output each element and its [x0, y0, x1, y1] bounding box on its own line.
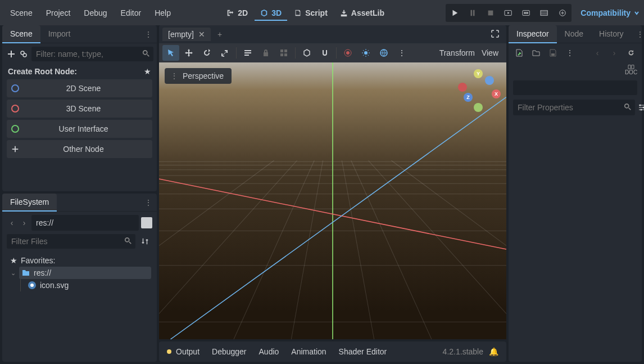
environment-preview-tool[interactable]	[375, 45, 392, 61]
create-other-node-button[interactable]: Other Node	[7, 140, 152, 158]
group-tool[interactable]	[275, 45, 292, 61]
history-forward-button[interactable]: ›	[608, 47, 620, 59]
view-menu[interactable]: View	[482, 48, 498, 57]
inspector-dock-options-icon[interactable]: ⋮	[632, 30, 644, 39]
history-refresh-button[interactable]	[625, 47, 637, 59]
3d-viewport[interactable]: ⋮ Perspective Y X Z	[159, 62, 506, 339]
property-settings-button[interactable]	[637, 100, 644, 115]
save-resource-button[interactable]	[547, 47, 559, 59]
menu-debug[interactable]: Debug	[78, 6, 112, 20]
inspector-dock: Inspector Node History ⋮ ⋮ ‹ › DOC	[509, 25, 642, 362]
dock-options-icon[interactable]: ⋮	[140, 30, 157, 39]
svg-point-17	[380, 50, 387, 56]
menu-help[interactable]: Help	[149, 6, 176, 20]
workspace-3d[interactable]: 3D	[255, 5, 287, 21]
viewport-options-icon[interactable]: ⋮	[393, 45, 410, 61]
fs-filter-input[interactable]	[7, 234, 121, 249]
tab-inspector[interactable]: Inspector	[509, 25, 557, 43]
renderer-dropdown[interactable]: Compatibility	[580, 8, 640, 17]
svg-line-33	[342, 160, 374, 339]
remote-debug-button[interactable]	[556, 6, 569, 20]
perspective-menu[interactable]: ⋮ Perspective	[165, 68, 232, 84]
workspace-script[interactable]: Script	[288, 5, 333, 21]
menu-scene[interactable]: Scene	[4, 6, 38, 20]
svg-point-44	[641, 109, 642, 111]
close-tab-icon[interactable]: ✕	[198, 30, 205, 39]
tab-animation[interactable]: Animation	[291, 347, 326, 356]
tab-node[interactable]: Node	[557, 25, 591, 43]
fs-favorites-header[interactable]: ★ Favorites:	[8, 254, 151, 267]
play-custom-scene-button[interactable]	[520, 6, 533, 20]
move-tool[interactable]	[180, 45, 197, 61]
create-3d-scene-button[interactable]: 3D Scene	[7, 100, 152, 118]
scene-filter-input[interactable]	[31, 47, 139, 61]
sun-preview-tool[interactable]	[357, 45, 374, 61]
play-button[interactable]	[448, 6, 461, 20]
fs-collapse-toggle[interactable]: ⌄	[8, 269, 18, 277]
history-back-button[interactable]: ‹	[591, 47, 604, 59]
renderer-label: Compatibility	[580, 8, 631, 17]
new-tab-button[interactable]: +	[213, 30, 226, 39]
workspace-2d[interactable]: 2D	[221, 5, 253, 21]
inspector-extra-options-icon[interactable]: ⋮	[564, 47, 576, 59]
tab-import[interactable]: Import	[40, 25, 79, 43]
fs-sort-button[interactable]	[138, 234, 152, 249]
local-space-tool[interactable]	[298, 45, 315, 61]
play-scene-button[interactable]	[502, 6, 515, 20]
fs-dock-options-icon[interactable]: ⋮	[140, 198, 157, 207]
run-bar	[446, 4, 572, 22]
viewport-panel: [empty] ✕ +	[159, 25, 506, 339]
workspace-assetlib[interactable]: AssetLib	[334, 5, 390, 21]
open-docs-button[interactable]: DOC	[625, 64, 637, 76]
lock-tool[interactable]	[257, 45, 274, 61]
create-2d-scene-button[interactable]: 2D Scene	[7, 79, 152, 97]
new-resource-button[interactable]	[513, 47, 525, 59]
fs-path-input[interactable]	[31, 215, 139, 231]
camera-override-tool[interactable]	[339, 45, 356, 61]
search-icon	[139, 50, 153, 59]
svg-line-32	[291, 160, 323, 339]
scene-tab-label: [empty]	[168, 30, 194, 39]
tab-filesystem[interactable]: FileSystem	[2, 194, 57, 212]
svg-point-41	[625, 104, 629, 107]
create-ui-button[interactable]: User Interface	[7, 120, 152, 138]
rotate-tool[interactable]	[198, 45, 215, 61]
movie-maker-button[interactable]	[538, 6, 551, 20]
orientation-gizmo[interactable]: Y X Z	[456, 68, 501, 113]
tab-shader-editor[interactable]: Shader Editor	[339, 347, 387, 356]
fs-file-item[interactable]: icon.svg	[25, 279, 151, 291]
scale-tool[interactable]	[216, 45, 233, 61]
load-resource-button[interactable]	[530, 47, 542, 59]
fs-forward-button[interactable]: ›	[19, 218, 29, 227]
tab-audio[interactable]: Audio	[259, 347, 279, 356]
svg-point-8	[30, 284, 34, 287]
scene-tab-empty[interactable]: [empty] ✕	[162, 28, 211, 41]
favorite-icon[interactable]: ★	[144, 67, 151, 76]
workspace-switcher: 2D 3D Script AssetLib	[221, 5, 390, 21]
version-label: 4.2.1.stable	[443, 347, 483, 356]
svg-rect-9	[264, 52, 268, 56]
tab-debugger[interactable]: Debugger	[212, 347, 247, 356]
pause-button[interactable]	[466, 6, 479, 20]
expand-viewport-icon[interactable]	[487, 29, 503, 40]
tab-scene[interactable]: Scene	[2, 25, 40, 43]
menu-project[interactable]: Project	[40, 6, 76, 20]
notification-bell-icon[interactable]: 🔔	[489, 347, 498, 356]
menu-editor[interactable]: Editor	[115, 6, 147, 20]
tab-output[interactable]: Output	[176, 347, 199, 356]
select-tool[interactable]	[162, 45, 179, 61]
add-node-button[interactable]	[7, 47, 16, 61]
tab-history[interactable]: History	[591, 25, 632, 43]
svg-line-34	[351, 160, 432, 339]
stop-button[interactable]	[484, 6, 497, 20]
instance-scene-button[interactable]	[19, 47, 28, 61]
fs-root-item[interactable]: res://	[19, 267, 151, 279]
list-select-tool[interactable]	[239, 45, 256, 61]
fs-view-toggle[interactable]	[141, 217, 152, 228]
snap-tool[interactable]	[316, 45, 333, 61]
transform-menu[interactable]: Transform	[439, 48, 475, 57]
svg-line-36	[391, 160, 506, 339]
fs-back-button[interactable]: ‹	[7, 218, 17, 227]
property-filter-input[interactable]	[513, 103, 620, 112]
edited-object-field[interactable]	[513, 80, 637, 95]
